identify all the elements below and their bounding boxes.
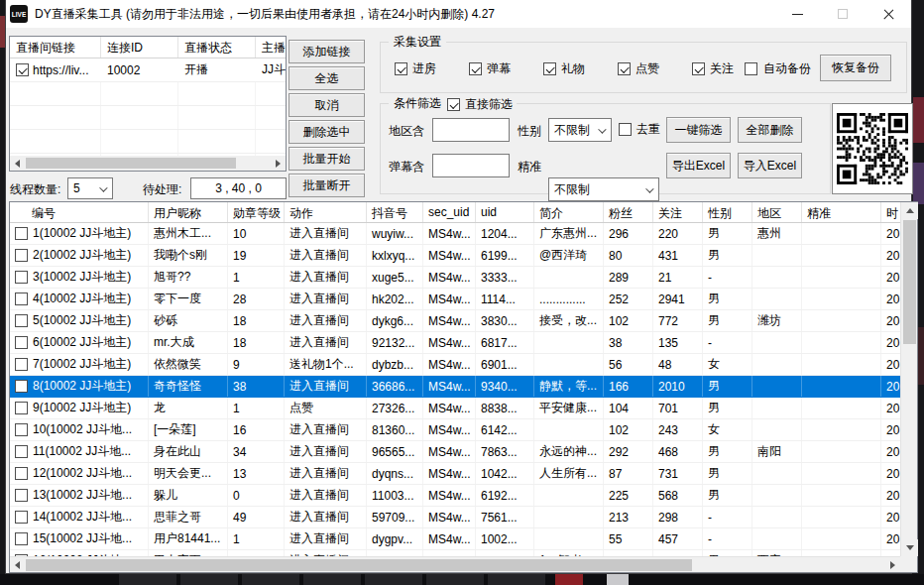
thread-count-select[interactable]: 5 — [67, 177, 113, 199]
users-column-header[interactable]: 简介 — [534, 202, 604, 222]
users-column-header[interactable]: 时 — [881, 202, 900, 222]
conn-column-header[interactable]: 直播状态 — [178, 37, 256, 58]
users-column-header[interactable]: 关注 — [653, 202, 703, 222]
collect-checkbox[interactable] — [543, 62, 556, 75]
auto-backup-option[interactable]: 自动备份 — [745, 60, 811, 77]
table-row[interactable]: 15(10002 JJ斗地...用户81441...1进入直播间dygpv...… — [10, 528, 900, 550]
table-row[interactable]: 1(10002 JJ斗地主)惠州木工...10进入直播间wuyiw...MS4w… — [10, 223, 900, 245]
import-excel-button[interactable]: 导入Excel — [738, 153, 802, 178]
scroll-left-icon[interactable] — [10, 156, 25, 171]
connection-checkbox[interactable] — [16, 63, 29, 76]
users-column-header[interactable]: uid — [476, 202, 534, 222]
table-row[interactable]: 10(10002 JJ斗地...[一朵莲]16进入直播间81360...MS4w… — [10, 419, 900, 441]
collect-option-3[interactable]: 点赞 — [618, 60, 659, 77]
table-row[interactable]: 6(10002 JJ斗地主)mr.大成18进入直播间92132...MS4w..… — [10, 332, 900, 354]
table-cell: 进入直播间 — [285, 223, 367, 244]
table-row[interactable]: 14(10002 JJ斗地...思菲之哥49进入直播间59709...MS4w.… — [10, 507, 900, 528]
users-column-header[interactable]: 精准 — [802, 202, 881, 222]
table-row[interactable]: 7(10002 JJ斗地主)依然微笑9送礼物1个...dybzb...MS4w.… — [10, 354, 900, 376]
row-checkbox[interactable] — [15, 402, 28, 414]
table-row[interactable]: 2(10002 JJ斗地主)我嘞个s刚19进入直播间kxlxyq...MS4w.… — [10, 245, 900, 267]
table-row[interactable]: 9(10002 JJ斗地主)龙1点赞27326...MS4w...8838...… — [10, 398, 900, 419]
users-column-header[interactable]: 粉丝 — [604, 202, 653, 222]
dedupe-option[interactable]: 去重 — [619, 121, 660, 138]
direct-filter-checkbox[interactable] — [447, 98, 460, 111]
precise-select[interactable]: 不限制 — [548, 177, 659, 201]
scroll-thumb[interactable] — [26, 559, 692, 571]
table-row[interactable]: 13(10002 JJ斗地...躲儿0进入直播间11003...MS4w...6… — [10, 485, 900, 507]
vertical-scrollbar[interactable] — [900, 202, 917, 556]
table-cell: 进入直播间 — [285, 310, 367, 331]
row-checkbox[interactable] — [15, 380, 28, 393]
scroll-right-icon[interactable] — [885, 557, 900, 572]
auto-backup-checkbox[interactable] — [745, 62, 757, 75]
row-checkbox[interactable] — [15, 314, 28, 327]
row-checkbox[interactable] — [15, 249, 28, 262]
delete-selected-button[interactable]: 删除选中 — [289, 120, 365, 144]
maximize-button[interactable] — [820, 0, 866, 28]
row-checkbox[interactable] — [15, 271, 28, 284]
direct-filter-option[interactable]: 直接筛选 — [443, 96, 517, 113]
row-checkbox[interactable] — [15, 227, 28, 240]
close-button[interactable] — [866, 0, 911, 28]
row-checkbox[interactable] — [15, 336, 28, 349]
collect-option-2[interactable]: 礼物 — [543, 60, 585, 77]
users-column-header[interactable]: 勋章等级 — [228, 202, 285, 222]
users-column-header[interactable]: 编号 — [10, 202, 149, 222]
row-checkbox[interactable] — [15, 489, 28, 502]
minimize-button[interactable] — [774, 0, 820, 28]
row-checkbox[interactable] — [15, 511, 28, 524]
row-checkbox[interactable] — [15, 532, 28, 545]
collect-option-0[interactable]: 进房 — [395, 60, 436, 77]
batch-stop-button[interactable]: 批量断开 — [289, 174, 365, 197]
export-excel-button[interactable]: 导出Excel — [666, 153, 731, 178]
select-all-button[interactable]: 全选 — [289, 66, 365, 90]
batch-start-button[interactable]: 批量开始 — [289, 147, 365, 171]
row-checkbox[interactable] — [15, 292, 28, 305]
conn-column-header[interactable]: 连接ID — [101, 37, 178, 58]
collect-checkbox[interactable] — [618, 62, 631, 75]
table-cell: 9340... — [476, 376, 534, 397]
connection-row[interactable]: https://liv...10002开播JJ斗 — [10, 58, 286, 82]
row-checkbox[interactable] — [15, 467, 28, 480]
gender-select[interactable]: 不限制 — [548, 118, 612, 142]
horizontal-scrollbar[interactable] — [10, 556, 900, 572]
region-input[interactable] — [432, 118, 510, 142]
row-checkbox[interactable] — [15, 358, 28, 371]
row-checkbox[interactable] — [15, 423, 28, 436]
row-checkbox[interactable] — [15, 445, 28, 458]
collect-checkbox[interactable] — [469, 62, 482, 75]
users-column-header[interactable]: sec_uid — [423, 202, 476, 222]
scroll-thumb[interactable] — [26, 158, 236, 169]
scroll-down-icon[interactable] — [901, 539, 918, 556]
conn-column-header[interactable]: 主播 — [256, 37, 287, 58]
add-link-button[interactable]: 添加链接 — [289, 40, 365, 63]
collect-checkbox[interactable] — [692, 62, 705, 75]
users-column-header[interactable]: 性别 — [703, 202, 752, 222]
delete-all-button[interactable]: 全部删除 — [738, 117, 802, 143]
table-row[interactable]: 12(10002 JJ斗地...明天会更...13进入直播间dyqns...MS… — [10, 463, 900, 485]
table-row[interactable]: 5(10002 JJ斗地主)砂砾18进入直播间dykg6...MS4w...38… — [10, 310, 900, 332]
users-column-header[interactable]: 地区 — [752, 202, 802, 222]
collect-option-4[interactable]: 关注 — [692, 60, 734, 77]
connections-hscrollbar[interactable] — [10, 156, 286, 171]
danmu-input[interactable] — [432, 154, 510, 177]
table-row[interactable]: 11(10002 JJ斗地...身在此山34进入直播间96565...MS4w.… — [10, 441, 900, 463]
scroll-up-icon[interactable] — [901, 202, 918, 219]
collect-checkbox[interactable] — [395, 62, 407, 75]
one-click-filter-button[interactable]: 一键筛选 — [666, 117, 731, 143]
users-column-header[interactable]: 用户昵称 — [149, 202, 228, 222]
users-column-header[interactable]: 动作 — [285, 202, 367, 222]
conn-column-header[interactable]: 直播间链接 — [10, 37, 101, 58]
cancel-button[interactable]: 取消 — [289, 93, 365, 117]
scroll-thumb[interactable] — [903, 220, 916, 344]
dedupe-checkbox[interactable] — [619, 123, 632, 136]
table-row[interactable]: 3(10002 JJ斗地主)旭哥??1进入直播间xuge5...MS4w...3… — [10, 267, 900, 289]
restore-backup-button[interactable]: 恢复备份 — [820, 55, 891, 81]
table-row[interactable]: 8(10002 JJ斗地主)奇奇怪怪38进入直播间36686...MS4w...… — [10, 376, 900, 398]
scroll-left-icon[interactable] — [10, 557, 25, 572]
collect-option-1[interactable]: 弹幕 — [469, 60, 511, 77]
table-row[interactable]: 4(10002 JJ斗地主)零下一度28进入直播间hk202...MS4w...… — [10, 289, 900, 310]
users-column-header[interactable]: 抖音号 — [367, 202, 423, 222]
scroll-right-icon[interactable] — [271, 156, 286, 171]
